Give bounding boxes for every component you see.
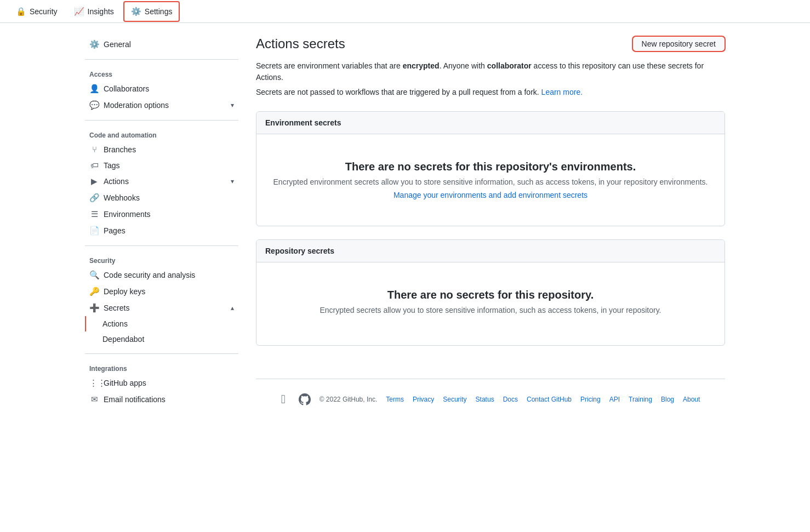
collaborator-bold: collaborator <box>487 61 532 70</box>
sidebar-webhooks-label: Webhooks <box>104 193 140 202</box>
learn-more-link[interactable]: Learn more. <box>541 88 583 96</box>
new-repository-secret-button[interactable]: New repository secret <box>632 36 725 52</box>
chevron-down-icon: ▾ <box>231 101 234 109</box>
sidebar-item-deploy-keys[interactable]: 🔑 Deploy keys <box>85 283 238 300</box>
apps-icon: ⋮⋮ <box>89 378 99 388</box>
sidebar-item-webhooks[interactable]: 🔗 Webhooks <box>85 190 238 206</box>
nav-settings[interactable]: ⚙️ Settings <box>123 1 180 22</box>
sidebar-item-code-security[interactable]: 🔍 Code security and analysis <box>85 267 238 283</box>
sidebar-section-code: Code and automation <box>85 127 238 141</box>
comment-icon: 💬 <box>89 100 99 110</box>
footer-api[interactable]: API <box>609 396 620 403</box>
sidebar-pages-label: Pages <box>104 226 126 235</box>
play-icon: ▶ <box>89 176 99 186</box>
main-layout: ⚙️ General Access 👤 Collaborators 💬 Mode… <box>76 23 734 433</box>
sidebar-collaborators-label: Collaborators <box>104 84 149 93</box>
manage-environments-link[interactable]: Manage your environments and add environ… <box>393 191 587 199</box>
footer-blog[interactable]: Blog <box>661 396 674 403</box>
github-logo:  <box>281 392 286 407</box>
sidebar-general-label: General <box>104 40 131 49</box>
nav-insights[interactable]: 📈 Insights <box>67 2 121 21</box>
environment-secrets-empty-title: There are no secrets for this repository… <box>270 161 711 173</box>
sidebar-secrets-label: Secrets <box>104 304 129 312</box>
sidebar-code-security-label: Code security and analysis <box>104 271 195 279</box>
main-content: Actions secrets New repository secret Se… <box>256 36 725 420</box>
sidebar-divider-4 <box>85 353 238 354</box>
nav-settings-label: Settings <box>145 7 173 16</box>
sidebar-email-notifications-label: Email notifications <box>104 395 166 404</box>
footer-contact-github[interactable]: Contact GitHub <box>527 396 572 403</box>
sidebar-item-general[interactable]: ⚙️ General <box>85 36 238 53</box>
sidebar-actions-label: Actions <box>104 177 129 186</box>
tag-icon: 🏷 <box>89 161 99 170</box>
person-icon: 👤 <box>89 84 99 94</box>
environment-secrets-body: There are no secrets for this repository… <box>256 134 725 226</box>
sidebar-sub-dependabot-label: Dependabot <box>102 335 144 344</box>
nav-insights-label: Insights <box>88 7 114 16</box>
insights-icon: 📈 <box>74 7 84 16</box>
webhook-icon: 🔗 <box>89 193 99 203</box>
sidebar-item-branches[interactable]: ⑂ Branches <box>85 141 238 157</box>
sidebar-item-moderation[interactable]: 💬 Moderation options ▾ <box>85 97 238 113</box>
sidebar-github-apps-label: GitHub apps <box>104 379 146 387</box>
sidebar-item-environments[interactable]: ☰ Environments <box>85 206 238 222</box>
chevron-down-icon-2: ▾ <box>231 178 234 185</box>
footer-training[interactable]: Training <box>629 396 652 403</box>
chevron-up-icon: ▴ <box>231 304 234 312</box>
sidebar-item-secrets[interactable]: ➕ Secrets ▴ <box>85 300 238 316</box>
nav-security[interactable]: 🔒 Security <box>9 2 65 21</box>
sidebar-sub-actions-label: Actions <box>102 319 128 328</box>
key-icon: 🔑 <box>89 287 99 296</box>
sidebar-section-security: Security <box>85 253 238 267</box>
pages-icon: 📄 <box>89 226 99 236</box>
footer-copyright: © 2022 GitHub, Inc. <box>320 396 378 403</box>
description-2: Secrets are not passed to workflows that… <box>256 87 725 98</box>
sidebar-environments-label: Environments <box>104 210 151 219</box>
settings-icon: ⚙️ <box>89 39 99 49</box>
sidebar-item-github-apps[interactable]: ⋮⋮ GitHub apps <box>85 375 238 391</box>
environment-secrets-empty-desc: Encrypted environment secrets allow you … <box>270 178 711 186</box>
footer:  © 2022 GitHub, Inc. Terms Privacy Secu… <box>256 379 725 420</box>
search-icon: 🔍 <box>89 270 99 280</box>
sidebar-item-collaborators[interactable]: 👤 Collaborators <box>85 81 238 97</box>
mail-icon: ✉ <box>89 394 99 404</box>
sidebar-branches-label: Branches <box>104 145 136 154</box>
sidebar: ⚙️ General Access 👤 Collaborators 💬 Mode… <box>85 36 238 420</box>
top-navigation: 🔒 Security 📈 Insights ⚙️ Settings <box>0 0 810 23</box>
shield-icon: 🔒 <box>16 7 26 16</box>
plus-square-icon: ➕ <box>89 303 99 313</box>
branch-icon: ⑂ <box>89 145 99 154</box>
sidebar-item-tags[interactable]: 🏷 Tags <box>85 157 238 173</box>
sidebar-item-pages[interactable]: 📄 Pages <box>85 222 238 239</box>
footer-security[interactable]: Security <box>443 396 466 403</box>
sidebar-sub-item-dependabot[interactable]: Dependabot <box>85 331 238 347</box>
sidebar-item-email-notifications[interactable]: ✉ Email notifications <box>85 391 238 408</box>
sidebar-section-access: Access <box>85 66 238 81</box>
footer-status[interactable]: Status <box>476 396 494 403</box>
sidebar-moderation-label: Moderation options <box>104 101 169 110</box>
description-1: Secrets are environment variables that a… <box>256 60 725 83</box>
sidebar-sub-item-actions[interactable]: Actions <box>85 316 238 331</box>
page-title: Actions secrets <box>256 36 345 52</box>
gear-icon: ⚙️ <box>131 7 141 16</box>
environment-icon: ☰ <box>89 209 99 219</box>
repository-secrets-body: There are no secrets for this repository… <box>256 262 725 345</box>
footer-docs[interactable]: Docs <box>503 396 518 403</box>
repository-secrets-empty-title: There are no secrets for this repository… <box>270 289 711 301</box>
footer-pricing[interactable]: Pricing <box>580 396 601 403</box>
footer-privacy[interactable]: Privacy <box>413 396 434 403</box>
sidebar-divider-2 <box>85 120 238 121</box>
sidebar-tags-label: Tags <box>104 161 120 170</box>
sidebar-deploy-keys-label: Deploy keys <box>104 287 145 296</box>
nav-security-label: Security <box>30 7 58 16</box>
sidebar-item-actions[interactable]: ▶ Actions ▾ <box>85 173 238 190</box>
sidebar-divider-3 <box>85 245 238 246</box>
footer-about[interactable]: About <box>683 396 700 403</box>
footer-terms[interactable]: Terms <box>386 396 404 403</box>
repository-secrets-empty-desc: Encrypted secrets allow you to store sen… <box>270 306 711 314</box>
environment-secrets-header: Environment secrets <box>256 112 725 134</box>
repository-secrets-card: Repository secrets There are no secrets … <box>256 239 725 346</box>
github-logo-svg <box>299 393 311 405</box>
encrypted-bold: encrypted <box>403 61 440 70</box>
sidebar-section-integrations: Integrations <box>85 361 238 375</box>
